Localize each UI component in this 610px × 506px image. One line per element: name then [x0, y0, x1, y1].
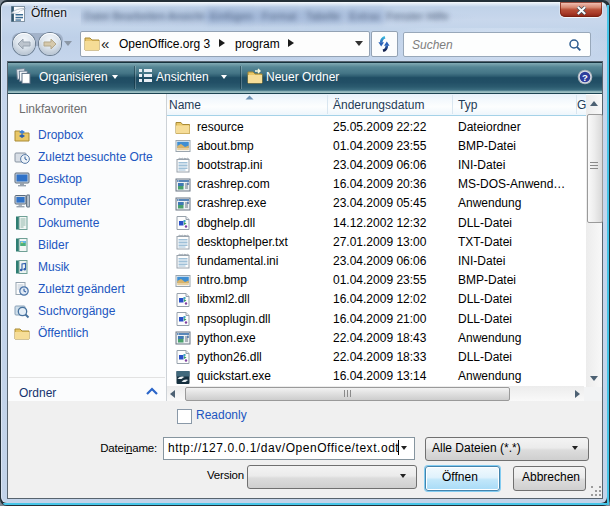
svg-text:?: ?	[582, 72, 588, 83]
